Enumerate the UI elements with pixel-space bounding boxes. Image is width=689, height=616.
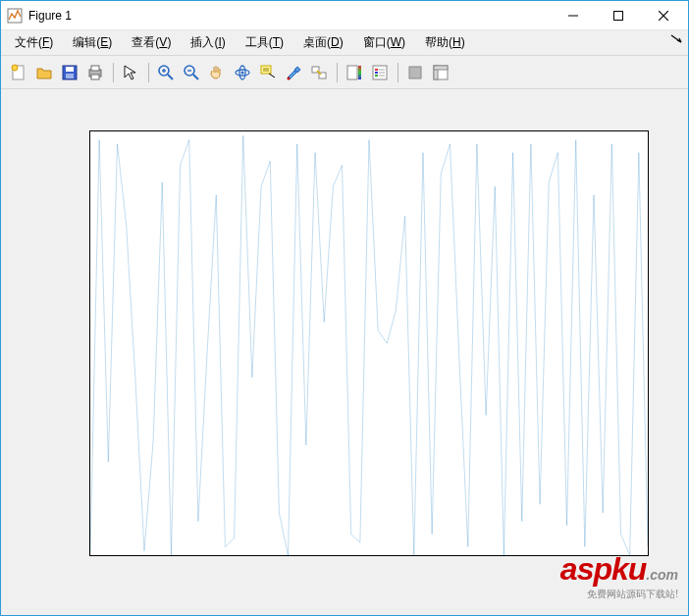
maximize-button[interactable] xyxy=(596,1,641,30)
menu-tools[interactable]: 工具(T) xyxy=(236,31,293,54)
svg-rect-31 xyxy=(358,66,361,79)
axes[interactable]: bb aa xx yy zz xyxy=(89,130,649,556)
save-button[interactable] xyxy=(58,61,81,84)
figure-canvas: bb aa xx yy zz aspku.com 免费网站源码下载站! xyxy=(1,89,688,615)
svg-rect-23 xyxy=(261,66,271,74)
svg-line-14 xyxy=(168,75,173,79)
svg-rect-11 xyxy=(91,66,99,71)
watermark: aspku.com 免费网站源码下载站! xyxy=(560,551,678,601)
menu-insert[interactable]: 插入(I) xyxy=(181,31,235,54)
svg-rect-39 xyxy=(409,67,421,78)
svg-rect-8 xyxy=(66,67,74,72)
svg-point-6 xyxy=(12,65,18,71)
insert-colorbar-button[interactable] xyxy=(343,61,366,84)
watermark-brand: aspku xyxy=(560,551,646,587)
minimize-button[interactable] xyxy=(551,1,596,30)
menu-desktop[interactable]: 桌面(D) xyxy=(293,31,353,54)
close-button[interactable] xyxy=(641,1,686,30)
zoom-in-button[interactable] xyxy=(154,61,178,84)
hide-plot-tools-button[interactable] xyxy=(403,61,427,84)
dock-arrow-icon[interactable] xyxy=(670,34,682,49)
new-figure-button[interactable] xyxy=(7,61,30,84)
svg-point-27 xyxy=(288,77,291,79)
pan-button[interactable] xyxy=(205,61,229,84)
brush-button[interactable] xyxy=(282,61,305,84)
insert-legend-button[interactable] xyxy=(368,61,392,84)
menubar: 文件(F) 编辑(E) 查看(V) 插入(I) 工具(T) 桌面(D) 窗口(W… xyxy=(1,30,688,56)
menu-view[interactable]: 查看(V) xyxy=(122,31,181,54)
data-cursor-button[interactable] xyxy=(256,61,280,84)
menu-file[interactable]: 文件(F) xyxy=(5,31,63,54)
link-plot-icon[interactable] xyxy=(307,61,331,84)
window-title: Figure 1 xyxy=(28,9,72,23)
svg-rect-9 xyxy=(66,74,74,78)
rotate-3d-button[interactable] xyxy=(231,61,254,84)
print-button[interactable] xyxy=(83,61,107,84)
titlebar: Figure 1 xyxy=(1,1,688,30)
matlab-figure-icon xyxy=(7,8,23,24)
show-plot-tools-button[interactable] xyxy=(429,61,452,84)
edit-plot-button[interactable] xyxy=(119,61,142,84)
menu-window[interactable]: 窗口(W) xyxy=(353,31,415,54)
zoom-out-button[interactable] xyxy=(180,61,203,84)
watermark-tld: .com xyxy=(646,567,678,583)
svg-rect-42 xyxy=(434,66,448,70)
menu-edit[interactable]: 编辑(E) xyxy=(63,31,122,54)
svg-rect-2 xyxy=(614,11,623,20)
watermark-slogan: 免费网站源码下载站! xyxy=(560,588,678,601)
toolbar xyxy=(1,56,688,89)
menu-help[interactable]: 帮助(H) xyxy=(415,31,475,54)
line-series xyxy=(90,131,648,555)
figure-window: Figure 1 文件(F) 编辑(E) 查看(V) 插入(I) 工具(T) 桌… xyxy=(0,0,689,616)
svg-rect-12 xyxy=(91,75,99,79)
svg-point-22 xyxy=(241,71,244,74)
svg-rect-30 xyxy=(347,66,357,79)
open-button[interactable] xyxy=(32,61,56,84)
svg-line-18 xyxy=(193,75,198,79)
